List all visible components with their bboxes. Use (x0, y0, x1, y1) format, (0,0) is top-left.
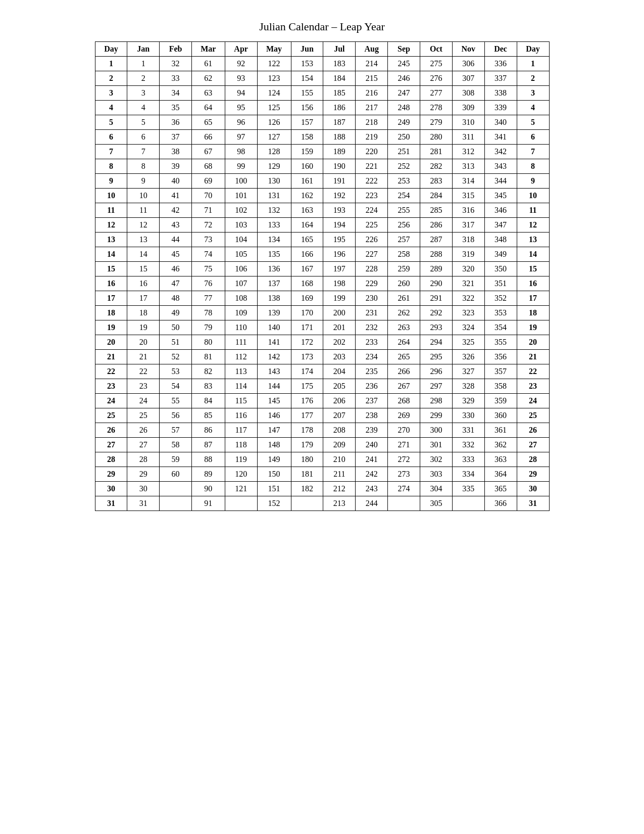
table-cell: 247 (388, 86, 420, 101)
table-row: 223362931231541842152462763073372 (95, 71, 549, 86)
table-cell: 65 (192, 115, 225, 130)
table-cell: 266 (388, 364, 420, 379)
table-cell: 271 (388, 438, 420, 452)
table-cell: 277 (420, 86, 452, 101)
table-cell: 10 (127, 189, 160, 203)
table-cell: 234 (356, 350, 388, 364)
table-row: 2626578611714717820823927030033136126 (95, 423, 549, 438)
table-cell: 17 (127, 291, 160, 306)
table-cell: 162 (291, 189, 323, 203)
table-cell: 309 (452, 101, 484, 115)
table-cell: 301 (420, 438, 452, 452)
table-cell: 264 (388, 335, 420, 350)
table-cell: 278 (420, 101, 452, 115)
table-cell: 291 (420, 291, 452, 306)
table-cell: 262 (388, 306, 420, 320)
table-row: 2929608912015018121124227330333436429 (95, 467, 549, 482)
table-cell: 342 (484, 145, 517, 159)
column-header: Jan (127, 42, 160, 57)
table-cell: 252 (388, 159, 420, 174)
table-cell: 245 (388, 57, 420, 71)
table-cell: 27 (517, 438, 549, 452)
table-cell: 337 (484, 71, 517, 86)
table-cell: 58 (160, 438, 192, 452)
table-cell: 27 (127, 438, 160, 452)
table-cell: 26 (95, 423, 127, 438)
table-cell: 143 (257, 364, 291, 379)
table-row: 113261921221531832142452753063361 (95, 57, 549, 71)
table-cell: 238 (356, 408, 388, 423)
table-cell: 94 (225, 86, 257, 101)
table-row: 2424558411514517620623726829832935924 (95, 394, 549, 408)
table-cell: 312 (452, 145, 484, 159)
table-cell: 164 (291, 218, 323, 233)
table-cell: 256 (388, 218, 420, 233)
table-cell: 326 (452, 350, 484, 364)
table-cell: 365 (484, 482, 517, 496)
table-cell: 42 (160, 203, 192, 218)
table-cell: 127 (257, 130, 291, 145)
table-cell: 360 (484, 408, 517, 423)
table-cell: 202 (323, 335, 356, 350)
table-cell: 132 (257, 203, 291, 218)
table-cell: 29 (95, 467, 127, 482)
table-cell: 359 (484, 394, 517, 408)
table-cell: 20 (95, 335, 127, 350)
header-row: DayJanFebMarAprMayJunJulAugSepOctNovDecD… (95, 42, 549, 57)
table-cell: 201 (323, 320, 356, 335)
table-cell: 11 (127, 203, 160, 218)
table-cell: 11 (517, 203, 549, 218)
table-cell: 22 (127, 364, 160, 379)
table-cell: 3 (517, 86, 549, 101)
table-cell: 23 (517, 379, 549, 394)
table-cell: 251 (388, 145, 420, 159)
table-cell: 108 (225, 291, 257, 306)
table-cell: 63 (192, 86, 225, 101)
table-cell: 193 (323, 203, 356, 218)
table-cell: 255 (388, 203, 420, 218)
table-cell: 196 (323, 247, 356, 262)
table-cell: 244 (356, 496, 388, 511)
table-cell: 9 (517, 174, 549, 189)
table-cell: 76 (192, 276, 225, 291)
table-cell: 225 (356, 218, 388, 233)
table-cell: 112 (225, 350, 257, 364)
table-cell: 147 (257, 423, 291, 438)
table-cell: 1 (517, 57, 549, 71)
table-cell: 116 (225, 408, 257, 423)
table-cell: 3 (95, 86, 127, 101)
table-cell: 110 (225, 320, 257, 335)
table-cell: 339 (484, 101, 517, 115)
table-cell: 100 (225, 174, 257, 189)
table-cell: 30 (517, 482, 549, 496)
table-cell: 144 (257, 379, 291, 394)
table-row: 1515467510613616719722825928932035015 (95, 262, 549, 276)
table-cell: 227 (356, 247, 388, 262)
table-cell: 329 (452, 394, 484, 408)
table-cell: 249 (388, 115, 420, 130)
table-cell: 288 (420, 247, 452, 262)
table-cell: 155 (291, 86, 323, 101)
table-cell: 341 (484, 130, 517, 145)
table-cell: 20 (517, 335, 549, 350)
table-cell: 364 (484, 467, 517, 482)
table-cell: 215 (356, 71, 388, 86)
table-cell: 16 (517, 276, 549, 291)
table-cell: 36 (160, 115, 192, 130)
table-cell: 175 (291, 379, 323, 394)
table-cell: 70 (192, 189, 225, 203)
table-cell: 349 (484, 247, 517, 262)
table-cell: 232 (356, 320, 388, 335)
table-cell: 23 (127, 379, 160, 394)
table-cell: 243 (356, 482, 388, 496)
table-cell: 300 (420, 423, 452, 438)
table-cell: 6 (95, 130, 127, 145)
column-header: Oct (420, 42, 452, 57)
table-cell: 344 (484, 174, 517, 189)
table-row: 1010417010113116219222325428431534510 (95, 189, 549, 203)
table-cell: 99 (225, 159, 257, 174)
table-cell: 75 (192, 262, 225, 276)
table-cell: 221 (356, 159, 388, 174)
table-cell: 15 (127, 262, 160, 276)
table-cell: 17 (517, 291, 549, 306)
